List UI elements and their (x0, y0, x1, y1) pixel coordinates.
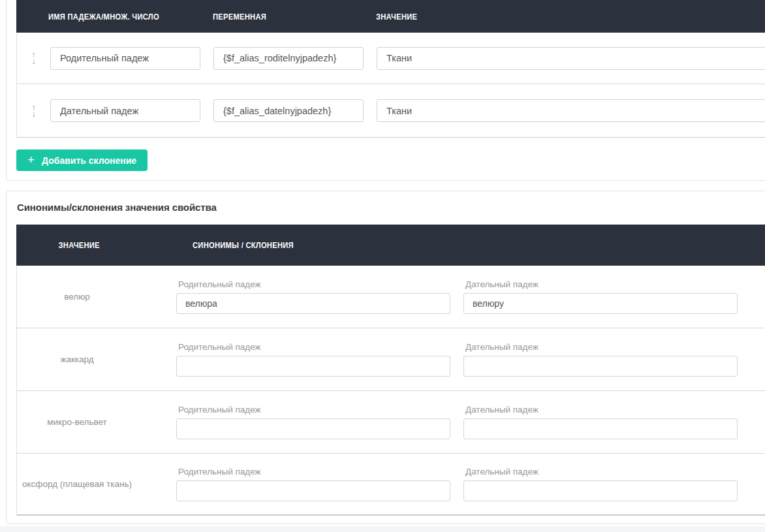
section-title: Синонимы/склонения значения свойства (17, 202, 217, 213)
dative-input[interactable] (463, 356, 738, 377)
synonyms-table: ЗНАЧЕНИЕ СИНОНИМЫ / СКЛОНЕНИЯ велюр Роди… (16, 225, 765, 516)
header-cell-value: ЗНАЧЕНИЕ (376, 12, 417, 22)
synonyms-card: Синонимы/склонения значения свойства ЗНА… (6, 191, 765, 524)
header-cell-variable: ПЕРЕМЕННАЯ (213, 12, 266, 22)
page-background-band (0, 526, 765, 532)
genitive-input[interactable] (176, 293, 450, 314)
dative-group: Дательный падеж (463, 279, 738, 314)
genitive-group: Родительный падеж (176, 405, 450, 439)
add-declension-button[interactable]: + Добавить склонение (16, 149, 148, 171)
declensions-table-header: ИМЯ ПАДЕЖА/МНОЖ. ЧИСЛО ПЕРЕМЕННАЯ ЗНАЧЕН… (16, 0, 765, 33)
dative-label: Дательный падеж (465, 279, 738, 289)
drag-handle[interactable]: ↑ ↓ (17, 52, 50, 65)
genitive-label: Родительный падеж (178, 467, 450, 477)
dative-input[interactable] (463, 480, 738, 501)
genitive-input[interactable] (176, 480, 450, 501)
value-input[interactable] (377, 99, 765, 122)
plus-icon: + (27, 153, 35, 166)
declensions-card: ИМЯ ПАДЕЖА/МНОЖ. ЧИСЛО ПЕРЕМЕННАЯ ЗНАЧЕН… (6, 0, 765, 181)
value-label: микро-вельвет (17, 391, 176, 453)
genitive-group: Родительный падеж (176, 467, 450, 501)
add-declension-label: Добавить склонение (42, 155, 136, 166)
header-cell-value: ЗНАЧЕНИЕ (27, 240, 164, 250)
case-name-input[interactable] (50, 47, 200, 70)
dative-input[interactable] (463, 418, 738, 439)
genitive-group: Родительный падеж (176, 342, 450, 377)
dative-input[interactable] (463, 293, 738, 314)
synonym-fields: Родительный падеж Дательный падеж (176, 266, 738, 328)
dative-label: Дательный падеж (465, 342, 738, 352)
variable-field (213, 99, 364, 122)
dative-group: Дательный падеж (463, 342, 738, 377)
synonym-row: велюр Родительный падеж Дательный падеж (17, 266, 765, 328)
dative-group: Дательный падеж (463, 467, 738, 501)
synonyms-table-body: велюр Родительный падеж Дательный падеж (16, 266, 765, 516)
synonym-fields: Родительный падеж Дательный падеж (176, 454, 738, 514)
value-label: велюр (17, 266, 176, 328)
declension-row: ↑ ↓ (17, 84, 765, 138)
arrow-down-icon: ↓ (32, 111, 36, 117)
dative-label: Дательный падеж (465, 467, 738, 477)
declension-row: ↑ ↓ (17, 33, 765, 84)
value-label: оксфорд (плащевая ткань) (17, 454, 176, 514)
header-cell-synonyms: СИНОНИМЫ / СКЛОНЕНИЯ (193, 240, 294, 250)
genitive-label: Родительный падеж (178, 279, 450, 289)
declensions-table: ИМЯ ПАДЕЖА/МНОЖ. ЧИСЛО ПЕРЕМЕННАЯ ЗНАЧЕН… (16, 0, 765, 138)
synonym-fields: Родительный падеж Дательный падеж (176, 328, 738, 390)
genitive-label: Родительный падеж (178, 405, 450, 415)
case-name-input[interactable] (50, 99, 200, 122)
genitive-input[interactable] (176, 356, 450, 377)
value-label: жаккард (17, 328, 176, 390)
genitive-group: Родительный падеж (176, 279, 450, 314)
genitive-label: Родительный падеж (178, 342, 450, 352)
value-input[interactable] (377, 47, 765, 70)
header-cell-case-name: ИМЯ ПАДЕЖА/МНОЖ. ЧИСЛО (48, 12, 159, 22)
genitive-input[interactable] (176, 418, 450, 439)
page: ИМЯ ПАДЕЖА/МНОЖ. ЧИСЛО ПЕРЕМЕННАЯ ЗНАЧЕН… (0, 0, 765, 532)
variable-field (213, 47, 364, 70)
synonym-row: жаккард Родительный падеж Дательный паде… (17, 328, 765, 391)
declensions-table-body: ↑ ↓ ↑ ↓ (16, 33, 765, 138)
synonym-row: оксфорд (плащевая ткань) Родительный пад… (17, 454, 765, 516)
synonym-fields: Родительный падеж Дательный падеж (176, 391, 738, 453)
synonyms-table-header: ЗНАЧЕНИЕ СИНОНИМЫ / СКЛОНЕНИЯ (16, 225, 765, 266)
dative-label: Дательный падеж (465, 405, 738, 415)
arrow-down-icon: ↓ (32, 58, 36, 65)
synonym-row: микро-вельвет Родительный падеж Дательны… (17, 391, 765, 454)
drag-handle[interactable]: ↑ ↓ (17, 104, 50, 117)
dative-group: Дательный падеж (463, 405, 738, 439)
